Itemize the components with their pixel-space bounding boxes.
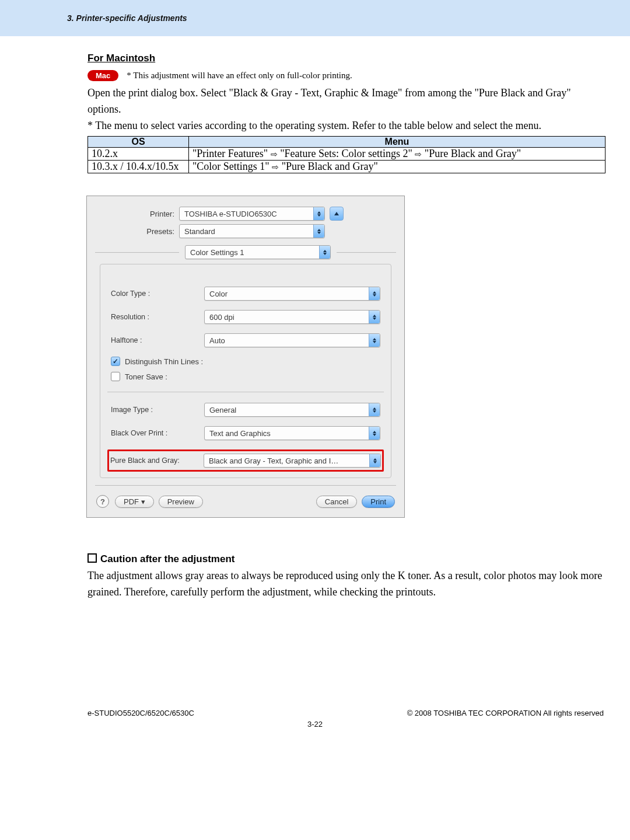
distinguish-checkbox[interactable] — [111, 357, 120, 366]
black-over-row: Black Over Print : Text and Graphics — [111, 426, 380, 440]
mac-line: Mac * This adjustment will have an effec… — [88, 70, 607, 81]
os-cell: 10.3.x / 10.4.x/10.5x — [88, 161, 189, 173]
presets-row: Presets: Standard — [87, 224, 404, 238]
os-cell: 10.2.x — [88, 148, 189, 161]
settings-panel: Color Type : Color Resolution : 600 dpi … — [100, 264, 391, 478]
pure-black-select[interactable]: Black and Gray - Text, Graphic and I… — [204, 454, 381, 468]
separator — [107, 392, 384, 392]
menu-cell: "Printer Features" ⇨ "Feature Sets: Colo… — [189, 148, 606, 161]
caution-heading: Caution after the adjustment — [88, 553, 607, 565]
body-note: * The menu to select varies according to… — [88, 117, 607, 134]
dropdown-icon — [369, 334, 380, 347]
halftone-select[interactable]: Auto — [204, 333, 380, 347]
section-title: For Macintosh — [88, 53, 607, 64]
os-header: OS — [88, 137, 189, 148]
printer-row: Printer: TOSHIBA e-STUDIO6530C — [87, 207, 404, 221]
help-button[interactable]: ? — [96, 495, 109, 508]
dropdown-icon — [369, 403, 380, 416]
table-row: 10.2.x "Printer Features" ⇨ "Feature Set… — [88, 148, 606, 161]
page-header: 3. Printer-specific Adjustments — [0, 0, 630, 36]
toner-save-row: Toner Save : — [111, 372, 380, 381]
footer-divider — [95, 485, 396, 486]
menu-header: Menu — [189, 137, 606, 148]
image-type-label: Image Type : — [111, 406, 204, 414]
pure-black-label: Pure Black and Gray: — [110, 456, 204, 465]
presets-select[interactable]: Standard — [179, 224, 325, 238]
image-type-select[interactable]: General — [204, 403, 380, 417]
color-type-select[interactable]: Color — [204, 287, 380, 301]
os-menu-table: OS Menu 10.2.x "Printer Features" ⇨ "Fea… — [88, 136, 606, 173]
color-type-row: Color Type : Color — [111, 287, 380, 301]
dropdown-icon — [369, 427, 380, 440]
page-footer: e-STUDIO5520C/6520C/6530C © 2008 TOSHIBA… — [0, 709, 630, 717]
footer-right: © 2008 TOSHIBA TEC CORPORATION All right… — [407, 709, 604, 717]
halftone-row: Halftone : Auto — [111, 333, 380, 347]
resolution-row: Resolution : 600 dpi — [111, 310, 380, 324]
pure-black-highlight: Pure Black and Gray: Black and Gray - Te… — [107, 449, 384, 472]
print-button[interactable]: Print — [362, 496, 395, 508]
pane-divider: Color Settings 1 — [95, 245, 396, 259]
dropdown-icon — [369, 311, 380, 323]
black-over-select[interactable]: Text and Graphics — [204, 426, 380, 440]
printer-select[interactable]: TOSHIBA e-STUDIO6530C — [179, 207, 325, 221]
pane-select[interactable]: Color Settings 1 — [185, 245, 331, 259]
print-dialog: Printer: TOSHIBA e-STUDIO6530C Presets: … — [86, 196, 405, 518]
dropdown-icon — [369, 287, 380, 300]
disclosure-button[interactable] — [330, 207, 344, 221]
pdf-button[interactable]: PDF ▾ — [115, 496, 154, 508]
resolution-select[interactable]: 600 dpi — [204, 310, 380, 324]
caution-body: The adjustment allows gray areas to alwa… — [88, 567, 607, 600]
pane-value: Color Settings 1 — [190, 248, 244, 257]
color-type-label: Color Type : — [111, 290, 204, 298]
dropdown-icon — [313, 207, 324, 220]
dropdown-icon — [319, 246, 330, 259]
toner-save-label: Toner Save : — [125, 372, 167, 381]
body-para: Open the print dialog box. Select "Black… — [88, 85, 607, 117]
bullet-box-icon — [88, 553, 97, 563]
footer-page: 3-22 — [0, 720, 630, 729]
cancel-button[interactable]: Cancel — [316, 496, 357, 508]
preview-button[interactable]: Preview — [159, 496, 203, 508]
dropdown-icon — [313, 225, 324, 238]
toner-save-checkbox[interactable] — [111, 372, 120, 381]
image-type-row: Image Type : General — [111, 403, 380, 417]
printer-value: TOSHIBA e-STUDIO6530C — [184, 210, 277, 218]
resolution-label: Resolution : — [111, 313, 204, 321]
mac-badge: Mac — [88, 70, 118, 81]
presets-label: Presets: — [87, 227, 179, 236]
page-body: For Macintosh Mac * This adjustment will… — [0, 36, 630, 600]
presets-value: Standard — [184, 227, 215, 236]
dialog-footer: ? PDF ▾ Preview Cancel Print — [87, 486, 404, 517]
black-over-label: Black Over Print : — [111, 429, 204, 437]
distinguish-label: Distinguish Thin Lines : — [125, 357, 203, 366]
printer-label: Printer: — [87, 210, 179, 218]
halftone-label: Halftone : — [111, 336, 204, 344]
distinguish-row: Distinguish Thin Lines : — [111, 357, 380, 366]
pure-black-row: Pure Black and Gray: Black and Gray - Te… — [110, 454, 381, 468]
dropdown-icon — [369, 454, 380, 467]
mac-note: * This adjustment will have an effect on… — [127, 71, 352, 81]
menu-cell: "Color Settings 1" ⇨ "Pure Black and Gra… — [189, 161, 606, 173]
table-row: 10.3.x / 10.4.x/10.5x "Color Settings 1"… — [88, 161, 606, 173]
chapter-title: 3. Printer-specific Adjustments — [67, 13, 187, 23]
footer-left: e-STUDIO5520C/6520C/6530C — [88, 709, 194, 717]
